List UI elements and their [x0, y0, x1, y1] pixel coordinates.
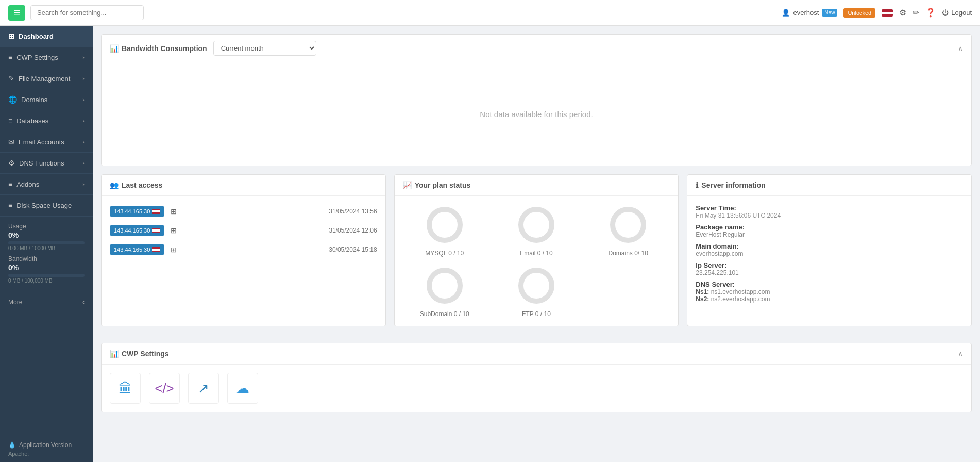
server-time-row: Server Time: Fri May 31 13:56:06 UTC 202…	[696, 204, 963, 219]
cwp-settings-card: 📊 CWP Settings ∧ 🏛 </> ↗ ☁	[101, 343, 972, 412]
usage-label: Usage	[8, 223, 85, 230]
donut-chart-ftp	[516, 265, 557, 306]
ns2-row: Ns2: ns2.everhostapp.com	[696, 295, 963, 303]
sidebar-item-file-management[interactable]: ✎ File Management ›	[0, 68, 93, 89]
svg-point-3	[429, 270, 460, 301]
sidebar-item-disk-space-usage[interactable]: ≡ Disk Space Usage	[0, 195, 93, 216]
usage-pct: 0%	[8, 231, 85, 239]
bandwidth-empty-message: Not data available for this period.	[102, 62, 971, 166]
main-domain-key: Main domain:	[696, 242, 963, 250]
logout-label: Logout	[951, 9, 972, 16]
package-name-val: EverHost Regular	[696, 231, 963, 238]
server-info-title: ℹ Server information	[696, 181, 765, 189]
collapse-cwp-button[interactable]: ∧	[958, 350, 963, 358]
sidebar-item-addons[interactable]: ≡ Addons ›	[0, 174, 93, 195]
svg-point-1	[521, 209, 552, 240]
ip-address: 143.44.165.30	[114, 227, 150, 234]
email-accounts-icon: ✉	[8, 138, 14, 146]
power-icon: ⏻	[942, 9, 949, 16]
language-flag[interactable]	[882, 9, 893, 16]
us-flag-icon	[152, 228, 160, 233]
code-icon: </>	[155, 381, 174, 397]
server-info-header: ℹ Server information	[687, 175, 971, 196]
table-row: 143.44.165.30 ⊞ 30/05/2024 15:18	[110, 240, 377, 259]
cloud-icon: ☁	[236, 381, 249, 397]
sidebar-item-dns-functions[interactable]: ⚙ DNS Functions ›	[0, 153, 93, 174]
plan-status-title-label: Your plan status	[415, 181, 471, 189]
chevron-right-icon: ›	[82, 118, 85, 124]
sidebar-item-label: Dashboard	[19, 32, 54, 40]
collapse-bandwidth-button[interactable]: ∧	[958, 44, 963, 53]
chevron-right-icon: ›	[82, 160, 85, 166]
bandwidth-card: 📊 Bandwidth Consumption Current month La…	[101, 34, 972, 166]
access-list: 143.44.165.30 ⊞ 31/05/2024 13:56 143.44.…	[102, 196, 385, 266]
edit-icon[interactable]: ✏	[913, 8, 919, 18]
access-time: 30/05/2024 15:18	[329, 246, 377, 253]
bandwidth-card-header: 📊 Bandwidth Consumption Current month La…	[102, 35, 971, 62]
cwp-settings-title: 📊 CWP Settings	[110, 350, 169, 358]
app-version-section: 💧 Application Version Apache:	[0, 436, 93, 462]
access-time: 31/05/2024 12:06	[329, 227, 377, 234]
cwp-settings-icon: ≡	[8, 53, 12, 61]
chart-icon-2: 📊	[110, 350, 119, 358]
sidebar-item-label: DNS Functions	[19, 159, 64, 167]
menu-button[interactable]: ☰	[8, 5, 25, 21]
logout-button[interactable]: ⏻ Logout	[942, 9, 972, 16]
donut-subdomain: SubDomain 0 / 10	[403, 265, 486, 318]
donut-chart-email	[516, 204, 557, 245]
plan-status-title: 📈 Your plan status	[403, 181, 471, 189]
users-icon: 👥	[110, 181, 119, 189]
donut-label-email: Email 0 / 10	[520, 250, 552, 257]
chevron-right-icon: ›	[82, 139, 85, 145]
sidebar-item-databases[interactable]: ≡ Databases ›	[0, 110, 93, 131]
layout: ⊞ Dashboard ≡ CWP Settings › ✎ File Mana…	[0, 26, 980, 462]
sidebar-item-email-accounts[interactable]: ✉ Email Accounts ›	[0, 131, 93, 153]
plan-status-content: MYSQL 0 / 10 Email 0 / 10	[395, 196, 679, 326]
usage-section: Usage 0% 0.00 MB / 10000 MB Bandwidth 0%…	[0, 216, 93, 294]
usage-detail: 0.00 MB / 10000 MB	[8, 245, 85, 251]
ns1-row: Ns1: ns1.everhostapp.com	[696, 288, 963, 295]
svg-point-4	[521, 270, 552, 301]
sidebar-item-dashboard[interactable]: ⊞ Dashboard	[0, 26, 93, 47]
last-access-title-label: Last access	[122, 181, 162, 189]
svg-point-2	[613, 209, 644, 240]
sidebar-item-label: Domains	[21, 96, 47, 104]
sidebar-item-domains[interactable]: 🌐 Domains ›	[0, 89, 93, 110]
username-label: everhost	[793, 9, 819, 16]
help-icon[interactable]: ❓	[925, 8, 936, 18]
file-management-icon: ✎	[8, 74, 14, 82]
cwp-settings-controls: ∧	[958, 350, 963, 358]
donut-label-ftp: FTP 0 / 10	[522, 310, 551, 318]
sidebar-item-cwp-settings[interactable]: ≡ CWP Settings ›	[0, 47, 93, 68]
server-info-title-label: Server information	[701, 181, 765, 189]
table-row: 143.44.165.30 ⊞ 31/05/2024 12:06	[110, 221, 377, 240]
ns2-val: ns2.everhostapp.com	[711, 295, 770, 303]
chevron-right-icon: ›	[82, 54, 85, 60]
ns1-val: ns1.everhostapp.com	[711, 288, 770, 295]
ip-address: 143.44.165.30	[114, 208, 150, 214]
bandwidth-label: Bandwidth	[8, 255, 85, 262]
svg-point-0	[429, 209, 460, 240]
period-select[interactable]: Current month Last month Last 3 months L…	[213, 41, 316, 56]
ip-server-val: 23.254.225.101	[696, 269, 963, 276]
donut-label-domains: Domains 0/ 10	[609, 250, 648, 257]
settings-icon[interactable]: ⚙	[899, 8, 906, 18]
plan-status-header: 📈 Your plan status	[395, 175, 679, 196]
main-domain-row: Main domain: everhostapp.com	[696, 242, 963, 257]
bandwidth-progress-bg	[8, 274, 85, 277]
donut-label-mysql: MYSQL 0 / 10	[425, 250, 464, 257]
ip-server-key: Ip Server:	[696, 261, 963, 269]
donut-chart-mysql	[424, 204, 465, 245]
windows-icon: ⊞	[171, 245, 177, 254]
topnav: ☰ 👤 everhost New Unlocked ⚙ ✏ ❓ ⏻ Logout	[0, 0, 980, 26]
more-button[interactable]: More ‹	[0, 294, 93, 310]
building-icon: 🏛	[119, 381, 132, 397]
chart-icon: 📊	[110, 44, 119, 53]
sidebar-item-label: Email Accounts	[19, 138, 64, 146]
search-input[interactable]	[30, 5, 144, 20]
topnav-left: ☰	[8, 5, 144, 21]
cwp-icon-box-1: 🏛	[110, 373, 141, 404]
ns2-label: Ns2:	[696, 295, 709, 303]
package-name-row: Package name: EverHost Regular	[696, 223, 963, 238]
main-content: 📊 Bandwidth Consumption Current month La…	[93, 26, 980, 462]
